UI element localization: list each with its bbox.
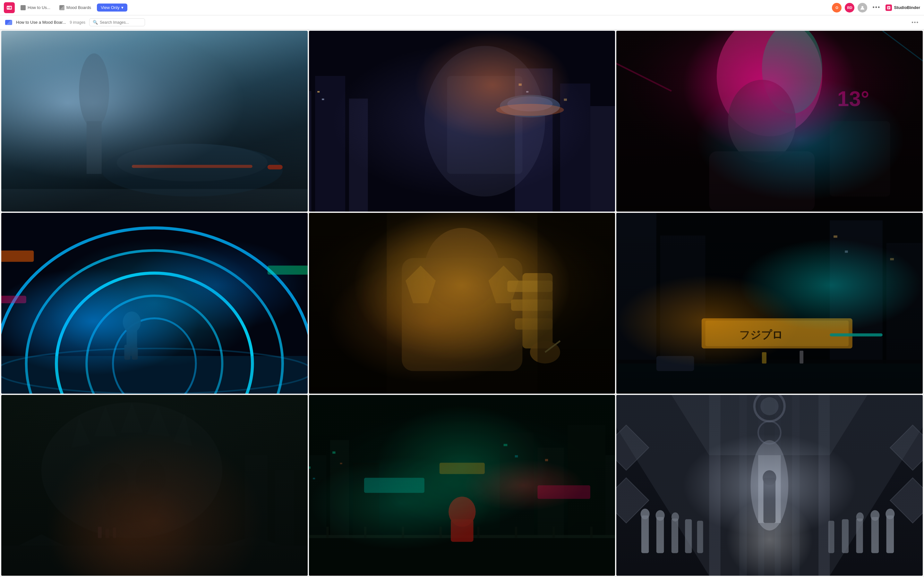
view-only-button[interactable]: View Only ▾ <box>97 3 128 11</box>
svg-point-29 <box>496 104 564 116</box>
svg-rect-168 <box>887 516 894 553</box>
svg-marker-96 <box>71 418 90 448</box>
svg-rect-15 <box>132 165 252 168</box>
grid-image-7[interactable] <box>1 395 308 576</box>
svg-rect-42 <box>830 121 890 197</box>
board-toolbar: How to Use a Mood Boar... 9 images 🔍 ••• <box>0 15 924 29</box>
svg-rect-128 <box>309 538 615 576</box>
svg-point-38 <box>762 31 822 114</box>
svg-rect-133 <box>439 527 441 538</box>
svg-rect-141 <box>439 463 485 474</box>
svg-rect-127 <box>545 459 548 461</box>
svg-rect-134 <box>477 527 479 538</box>
svg-rect-167 <box>697 521 703 553</box>
more-options-button[interactable]: ••• <box>871 3 882 12</box>
studiobinder-icon <box>885 5 892 11</box>
svg-point-103 <box>105 493 158 523</box>
svg-rect-33 <box>526 91 528 93</box>
svg-line-44 <box>883 31 923 76</box>
svg-rect-84 <box>616 364 923 394</box>
svg-point-95 <box>41 403 222 538</box>
studiobinder-brand[interactable]: StudioBinder <box>885 5 920 11</box>
svg-rect-121 <box>309 466 310 469</box>
svg-marker-108 <box>19 534 64 546</box>
svg-rect-107 <box>1 546 308 576</box>
grid-image-9[interactable] <box>616 395 923 576</box>
svg-point-176 <box>754 395 785 421</box>
tab-how-to[interactable]: How to Us... <box>17 4 53 11</box>
grid-image-6[interactable]: フジプロ <box>616 213 923 394</box>
svg-point-161 <box>641 509 650 519</box>
svg-rect-110 <box>245 455 268 546</box>
search-icon: 🔍 <box>93 20 98 25</box>
svg-point-13 <box>102 144 283 197</box>
svg-rect-175 <box>829 521 835 553</box>
svg-rect-30 <box>317 91 320 93</box>
svg-rect-51 <box>1 356 308 394</box>
svg-rect-16 <box>268 165 283 169</box>
svg-rect-82 <box>830 334 883 336</box>
svg-rect-166 <box>685 519 692 553</box>
svg-rect-117 <box>499 433 533 553</box>
svg-marker-153 <box>616 478 649 523</box>
svg-rect-21 <box>349 99 368 212</box>
svg-rect-36 <box>616 31 923 211</box>
svg-rect-130 <box>326 527 328 538</box>
tab-mood-boards[interactable]: Mood Boards <box>56 4 94 11</box>
svg-rect-34 <box>564 99 567 101</box>
board-thumbnail <box>5 20 12 25</box>
svg-point-48 <box>57 273 252 394</box>
svg-rect-131 <box>364 527 366 538</box>
tab-how-to-label: How to Us... <box>27 5 50 10</box>
svg-rect-170 <box>871 517 879 553</box>
svg-rect-172 <box>856 518 863 553</box>
svg-rect-94 <box>1 395 308 576</box>
svg-rect-59 <box>1 296 26 303</box>
svg-point-28 <box>507 96 552 111</box>
avatar-2[interactable]: RD <box>845 3 855 13</box>
board-icon <box>59 5 65 10</box>
board-title: How to Use a Mood Boar... <box>16 20 66 25</box>
svg-marker-145 <box>672 395 867 455</box>
avatar-1[interactable]: O <box>832 3 842 13</box>
svg-rect-32 <box>519 84 521 86</box>
svg-rect-174 <box>842 519 849 553</box>
grid-image-4[interactable] <box>1 213 308 394</box>
svg-rect-119 <box>567 425 606 553</box>
grid-image-3[interactable]: 13° <box>616 31 923 211</box>
grid-image-8[interactable] <box>309 395 615 576</box>
svg-rect-63 <box>522 273 552 348</box>
svg-rect-12 <box>87 121 102 174</box>
search-input[interactable] <box>100 20 142 25</box>
search-box[interactable]: 🔍 <box>89 18 145 26</box>
svg-rect-164 <box>672 518 678 553</box>
svg-point-14 <box>117 144 268 182</box>
studiobinder-label-text: StudioBinder <box>894 5 920 10</box>
grid-image-1[interactable] <box>1 31 308 211</box>
avatar-3[interactable] <box>858 3 867 13</box>
svg-rect-150 <box>758 395 764 576</box>
grid-image-5[interactable] <box>309 213 615 394</box>
grid-image-2[interactable] <box>309 31 615 211</box>
svg-rect-143 <box>616 395 923 576</box>
toolbar-more-options[interactable]: ••• <box>911 19 919 25</box>
svg-rect-146 <box>709 395 720 576</box>
svg-rect-135 <box>515 527 517 538</box>
svg-rect-22 <box>515 69 552 212</box>
svg-rect-105 <box>105 529 110 538</box>
svg-line-68 <box>545 341 560 352</box>
svg-rect-77 <box>830 221 883 364</box>
svg-point-163 <box>656 510 665 521</box>
svg-rect-113 <box>309 395 615 576</box>
svg-rect-142 <box>537 485 590 499</box>
svg-rect-35 <box>616 31 923 211</box>
svg-point-177 <box>760 397 779 415</box>
svg-rect-17 <box>1 189 308 212</box>
svg-rect-126 <box>515 455 517 458</box>
image-grid: 13° <box>0 29 924 577</box>
svg-point-173 <box>856 513 864 522</box>
app-logo[interactable] <box>4 2 15 13</box>
svg-point-27 <box>499 95 560 118</box>
svg-rect-124 <box>340 463 342 464</box>
svg-rect-147 <box>819 395 830 576</box>
